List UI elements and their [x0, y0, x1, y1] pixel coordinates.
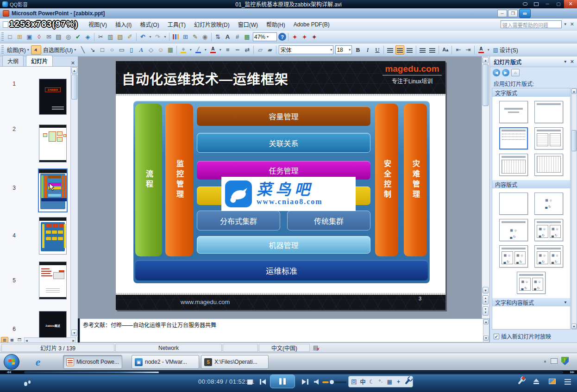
network-tray-icon[interactable]	[551, 358, 558, 364]
layout-title-4content[interactable]	[517, 272, 546, 294]
close-button[interactable]: ✕	[564, 0, 577, 8]
layout-title-only[interactable]	[534, 101, 563, 123]
taskbar-button-securecrt[interactable]: S X:\Files\Operati...	[201, 355, 269, 369]
notes-pane[interactable]: 参考文献：付晔——自动化运维平台让万台服务器共舞 ▲ ▼	[80, 318, 489, 342]
ppt-restore-button[interactable]: ❒	[508, 10, 518, 17]
menu-insert[interactable]: 插入(I)	[111, 19, 136, 30]
feedback-icon[interactable]	[520, 0, 531, 8]
volume-slider[interactable]	[322, 381, 346, 383]
menu-format[interactable]: 格式(O)	[136, 19, 163, 30]
qq-player-float-logo-icon[interactable]: ∞	[519, 9, 531, 18]
paste-icon[interactable]	[116, 32, 125, 42]
slides-panel-scrollbar[interactable]: ▲ ▼	[70, 67, 78, 337]
playlist-icon[interactable]	[563, 377, 572, 386]
settings-wrench-icon[interactable]	[516, 377, 525, 386]
seek-bar[interactable]	[24, 371, 563, 373]
fill-icon[interactable]	[179, 45, 188, 55]
scroll-up-icon[interactable]: ▲	[483, 57, 489, 63]
task-pane-dropdown-icon[interactable]: ▼	[561, 60, 570, 64]
playlist-panel-icon[interactable]	[531, 0, 542, 8]
tborder-icon[interactable]	[191, 32, 200, 42]
ppt-minimize-button[interactable]: ─	[497, 10, 507, 17]
aright-icon[interactable]	[405, 45, 414, 55]
drop-icon[interactable]	[188, 45, 193, 55]
stop-button[interactable]	[247, 380, 252, 385]
task-pane-close-icon[interactable]: ✕	[570, 59, 577, 65]
layout-title-content-4a[interactable]	[499, 245, 528, 268]
drop-icon[interactable]	[218, 45, 222, 55]
panel-close-icon[interactable]: ✕	[68, 60, 78, 66]
home-icon[interactable]: ⌂	[511, 69, 520, 76]
taskbar-button-powerpoint[interactable]: Microsoft Powe...	[63, 355, 122, 369]
wordart-icon[interactable]	[137, 45, 145, 55]
minimize-button[interactable]: ─	[542, 0, 553, 8]
scroll-down-icon[interactable]: ▼	[71, 330, 77, 336]
toolbar-grip[interactable]	[1, 32, 4, 42]
marks-icon[interactable]	[377, 378, 384, 386]
layout-title-and-text-selected[interactable]	[499, 127, 528, 149]
afont-icon[interactable]	[441, 45, 450, 55]
spelling-icon[interactable]	[74, 32, 82, 42]
redo-icon[interactable]	[153, 32, 162, 42]
preview-icon[interactable]	[64, 32, 73, 42]
subtitle-icon[interactable]	[350, 378, 357, 386]
next-button[interactable]	[302, 379, 309, 385]
pdfa-icon[interactable]	[290, 32, 299, 42]
dstyle-icon[interactable]	[233, 45, 242, 55]
rect-icon[interactable]	[98, 45, 107, 55]
dedent-icon[interactable]	[454, 45, 463, 55]
painter-icon[interactable]	[125, 32, 134, 42]
scroll-down-icon[interactable]: ▼	[571, 324, 577, 329]
3d-icon[interactable]	[265, 45, 274, 55]
hyperlink-icon[interactable]	[201, 32, 209, 42]
menu-help[interactable]: 帮助(H)	[262, 19, 289, 30]
tray-expand-icon[interactable]: ▲	[543, 359, 547, 363]
layout-title-and-2col-text[interactable]	[534, 127, 563, 149]
layout-blank[interactable]	[499, 193, 528, 215]
pdfb-icon[interactable]	[300, 32, 309, 42]
help-icon[interactable]	[278, 33, 286, 41]
slide-thumbnail-4[interactable]	[39, 217, 67, 255]
draw-menu-button[interactable]: 绘图(R)▾	[5, 45, 31, 55]
lstyle-icon[interactable]	[223, 45, 232, 55]
bold-icon[interactable]	[353, 45, 362, 55]
layout-vertical-text[interactable]	[499, 154, 528, 176]
bul-icon[interactable]	[428, 45, 437, 55]
slide-thumbnail-3-selected[interactable]	[38, 168, 68, 212]
darrow-icon[interactable]	[88, 45, 97, 55]
back-icon[interactable]: ◀	[493, 69, 500, 76]
snapshot-icon[interactable]	[547, 377, 557, 386]
lcolor-icon[interactable]	[194, 45, 202, 55]
shad-icon[interactable]	[256, 45, 264, 55]
drop-icon[interactable]	[486, 45, 490, 55]
slide-design-button[interactable]: 设计(S)	[491, 46, 520, 54]
acenter-icon[interactable]	[395, 45, 404, 55]
section-scroll-icon[interactable]: ▼	[564, 300, 567, 305]
layout-title-2content[interactable]	[534, 219, 563, 241]
line-icon[interactable]	[78, 45, 87, 55]
toolbar-grip[interactable]	[1, 45, 4, 55]
pict-icon[interactable]	[166, 45, 175, 55]
layout-title-slide[interactable]	[499, 101, 528, 123]
clip-icon[interactable]	[156, 45, 165, 55]
menu-adobe-pdf[interactable]: Adobe PDF(B)	[289, 19, 334, 30]
help-question-input[interactable]: 键入需要帮助的问题	[501, 20, 562, 28]
keyboard-icon[interactable]	[386, 378, 393, 386]
security-center-icon[interactable]	[561, 357, 569, 365]
layout-title-content[interactable]	[499, 219, 528, 241]
lang-icon[interactable]	[359, 378, 367, 386]
forward-icon[interactable]: ▶	[502, 69, 509, 76]
night-icon[interactable]	[368, 378, 376, 386]
eject-icon[interactable]	[532, 377, 541, 386]
scroll-up-icon[interactable]: ▲	[571, 88, 577, 94]
menu-window[interactable]: 窗口(W)	[234, 19, 262, 30]
start-button[interactable]	[4, 354, 19, 370]
astyle-icon[interactable]	[243, 45, 251, 55]
font-size-combo[interactable]: 18▾	[335, 45, 352, 54]
autoshapes-menu-button[interactable]: 自选图形(U)▾	[41, 45, 78, 55]
menu-tools[interactable]: 工具(T)	[163, 19, 190, 30]
drop-icon[interactable]	[203, 45, 207, 55]
notes-scrollbar[interactable]: ▲ ▼	[483, 319, 489, 342]
indent-icon[interactable]	[464, 45, 472, 55]
previous-slide-button[interactable]: ▲▲	[483, 295, 489, 305]
